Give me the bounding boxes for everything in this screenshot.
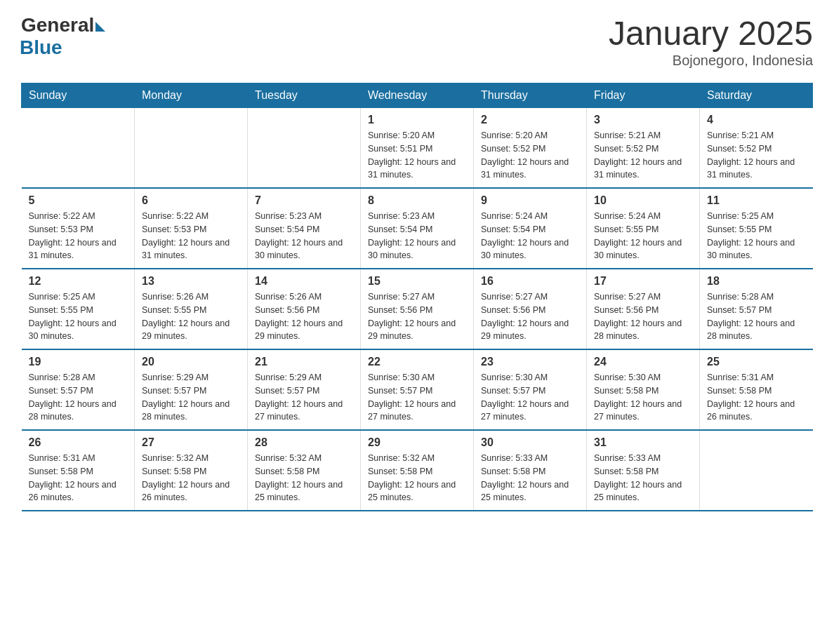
day-sun-info: Sunrise: 5:30 AM Sunset: 5:57 PM Dayligh… — [481, 371, 579, 424]
calendar-day-cell: 25Sunrise: 5:31 AM Sunset: 5:58 PM Dayli… — [700, 349, 813, 430]
day-number: 3 — [594, 114, 692, 126]
day-number: 24 — [594, 356, 692, 368]
calendar-body: 1Sunrise: 5:20 AM Sunset: 5:51 PM Daylig… — [22, 108, 813, 511]
calendar-day-cell: 10Sunrise: 5:24 AM Sunset: 5:55 PM Dayli… — [587, 188, 700, 269]
day-sun-info: Sunrise: 5:27 AM Sunset: 5:56 PM Dayligh… — [594, 290, 692, 343]
calendar-table: SundayMondayTuesdayWednesdayThursdayFrid… — [21, 83, 813, 511]
day-sun-info: Sunrise: 5:23 AM Sunset: 5:54 PM Dayligh… — [368, 210, 466, 262]
title-block: January 2025 Bojonegoro, Indonesia — [609, 14, 813, 69]
day-sun-info: Sunrise: 5:32 AM Sunset: 5:58 PM Dayligh… — [368, 452, 466, 504]
day-number: 14 — [255, 275, 353, 288]
day-number: 1 — [368, 114, 466, 126]
day-number: 9 — [481, 194, 579, 207]
calendar-day-cell: 26Sunrise: 5:31 AM Sunset: 5:58 PM Dayli… — [22, 430, 135, 511]
day-sun-info: Sunrise: 5:26 AM Sunset: 5:55 PM Dayligh… — [142, 290, 240, 343]
calendar-day-cell: 5Sunrise: 5:22 AM Sunset: 5:53 PM Daylig… — [22, 188, 135, 269]
day-number: 25 — [707, 356, 806, 368]
day-number: 11 — [707, 194, 806, 207]
calendar-day-cell: 21Sunrise: 5:29 AM Sunset: 5:57 PM Dayli… — [248, 349, 361, 430]
day-number: 2 — [481, 114, 579, 126]
day-sun-info: Sunrise: 5:20 AM Sunset: 5:51 PM Dayligh… — [368, 129, 466, 182]
calendar-day-cell: 3Sunrise: 5:21 AM Sunset: 5:52 PM Daylig… — [587, 108, 700, 189]
day-number: 23 — [481, 356, 579, 368]
day-sun-info: Sunrise: 5:32 AM Sunset: 5:58 PM Dayligh… — [255, 452, 353, 504]
calendar-day-cell: 15Sunrise: 5:27 AM Sunset: 5:56 PM Dayli… — [361, 269, 474, 349]
calendar-week-row: 5Sunrise: 5:22 AM Sunset: 5:53 PM Daylig… — [22, 188, 813, 269]
day-number: 22 — [368, 356, 466, 368]
day-number: 12 — [29, 275, 128, 288]
logo-general-text: General — [21, 14, 94, 36]
day-number: 17 — [594, 275, 692, 288]
day-number: 5 — [29, 194, 128, 207]
day-of-week-header: Monday — [135, 83, 248, 108]
day-of-week-header: Friday — [587, 83, 700, 108]
day-sun-info: Sunrise: 5:29 AM Sunset: 5:57 PM Dayligh… — [255, 371, 353, 424]
day-of-week-header: Sunday — [22, 83, 135, 108]
day-sun-info: Sunrise: 5:26 AM Sunset: 5:56 PM Dayligh… — [255, 290, 353, 343]
calendar-day-cell — [248, 108, 361, 189]
day-number: 29 — [368, 436, 466, 449]
day-of-week-header: Thursday — [474, 83, 587, 108]
day-number: 31 — [594, 436, 692, 449]
calendar-day-cell: 9Sunrise: 5:24 AM Sunset: 5:54 PM Daylig… — [474, 188, 587, 269]
day-sun-info: Sunrise: 5:30 AM Sunset: 5:58 PM Dayligh… — [594, 371, 692, 424]
day-number: 28 — [255, 436, 353, 449]
month-year-title: January 2025 — [609, 14, 813, 53]
calendar-week-row: 26Sunrise: 5:31 AM Sunset: 5:58 PM Dayli… — [22, 430, 813, 511]
day-number: 7 — [255, 194, 353, 207]
calendar-day-cell: 20Sunrise: 5:29 AM Sunset: 5:57 PM Dayli… — [135, 349, 248, 430]
day-number: 6 — [142, 194, 240, 207]
calendar-day-cell — [135, 108, 248, 189]
calendar-day-cell: 30Sunrise: 5:33 AM Sunset: 5:58 PM Dayli… — [474, 430, 587, 511]
day-number: 27 — [142, 436, 240, 449]
calendar-day-cell — [700, 430, 813, 511]
day-sun-info: Sunrise: 5:30 AM Sunset: 5:57 PM Dayligh… — [368, 371, 466, 424]
day-sun-info: Sunrise: 5:21 AM Sunset: 5:52 PM Dayligh… — [707, 129, 806, 182]
day-number: 20 — [142, 356, 240, 368]
calendar-day-cell: 27Sunrise: 5:32 AM Sunset: 5:58 PM Dayli… — [135, 430, 248, 511]
day-number: 19 — [29, 356, 128, 368]
day-sun-info: Sunrise: 5:27 AM Sunset: 5:56 PM Dayligh… — [481, 290, 579, 343]
day-sun-info: Sunrise: 5:25 AM Sunset: 5:55 PM Dayligh… — [707, 210, 806, 262]
calendar-day-cell: 18Sunrise: 5:28 AM Sunset: 5:57 PM Dayli… — [700, 269, 813, 349]
day-number: 10 — [594, 194, 692, 207]
day-number: 15 — [368, 275, 466, 288]
calendar-day-cell: 7Sunrise: 5:23 AM Sunset: 5:54 PM Daylig… — [248, 188, 361, 269]
day-sun-info: Sunrise: 5:27 AM Sunset: 5:56 PM Dayligh… — [368, 290, 466, 343]
day-sun-info: Sunrise: 5:22 AM Sunset: 5:53 PM Dayligh… — [142, 210, 240, 262]
calendar-day-cell: 28Sunrise: 5:32 AM Sunset: 5:58 PM Dayli… — [248, 430, 361, 511]
day-number: 4 — [707, 114, 806, 126]
day-sun-info: Sunrise: 5:31 AM Sunset: 5:58 PM Dayligh… — [29, 452, 128, 504]
day-sun-info: Sunrise: 5:21 AM Sunset: 5:52 PM Dayligh… — [594, 129, 692, 182]
day-number: 16 — [481, 275, 579, 288]
calendar-day-cell: 11Sunrise: 5:25 AM Sunset: 5:55 PM Dayli… — [700, 188, 813, 269]
day-number: 21 — [255, 356, 353, 368]
calendar-day-cell: 31Sunrise: 5:33 AM Sunset: 5:58 PM Dayli… — [587, 430, 700, 511]
calendar-day-cell: 8Sunrise: 5:23 AM Sunset: 5:54 PM Daylig… — [361, 188, 474, 269]
calendar-week-row: 12Sunrise: 5:25 AM Sunset: 5:55 PM Dayli… — [22, 269, 813, 349]
day-sun-info: Sunrise: 5:24 AM Sunset: 5:55 PM Dayligh… — [594, 210, 692, 262]
calendar-day-cell: 16Sunrise: 5:27 AM Sunset: 5:56 PM Dayli… — [474, 269, 587, 349]
calendar-day-cell: 6Sunrise: 5:22 AM Sunset: 5:53 PM Daylig… — [135, 188, 248, 269]
day-of-week-header: Tuesday — [248, 83, 361, 108]
day-sun-info: Sunrise: 5:31 AM Sunset: 5:58 PM Dayligh… — [707, 371, 806, 424]
day-sun-info: Sunrise: 5:23 AM Sunset: 5:54 PM Dayligh… — [255, 210, 353, 262]
day-number: 8 — [368, 194, 466, 207]
day-number: 18 — [707, 275, 806, 288]
logo: General Blue — [21, 14, 105, 59]
calendar-day-cell: 29Sunrise: 5:32 AM Sunset: 5:58 PM Dayli… — [361, 430, 474, 511]
day-number: 13 — [142, 275, 240, 288]
calendar-week-row: 1Sunrise: 5:20 AM Sunset: 5:51 PM Daylig… — [22, 108, 813, 189]
day-number: 30 — [481, 436, 579, 449]
day-sun-info: Sunrise: 5:25 AM Sunset: 5:55 PM Dayligh… — [29, 290, 128, 343]
calendar-day-cell: 12Sunrise: 5:25 AM Sunset: 5:55 PM Dayli… — [22, 269, 135, 349]
calendar-day-cell: 4Sunrise: 5:21 AM Sunset: 5:52 PM Daylig… — [700, 108, 813, 189]
calendar-day-cell: 14Sunrise: 5:26 AM Sunset: 5:56 PM Dayli… — [248, 269, 361, 349]
calendar-week-row: 19Sunrise: 5:28 AM Sunset: 5:57 PM Dayli… — [22, 349, 813, 430]
day-sun-info: Sunrise: 5:33 AM Sunset: 5:58 PM Dayligh… — [594, 452, 692, 504]
calendar-day-cell: 17Sunrise: 5:27 AM Sunset: 5:56 PM Dayli… — [587, 269, 700, 349]
day-of-week-header: Saturday — [700, 83, 813, 108]
day-sun-info: Sunrise: 5:32 AM Sunset: 5:58 PM Dayligh… — [142, 452, 240, 504]
logo-arrow-icon — [95, 22, 105, 32]
calendar-header: SundayMondayTuesdayWednesdayThursdayFrid… — [22, 83, 813, 108]
